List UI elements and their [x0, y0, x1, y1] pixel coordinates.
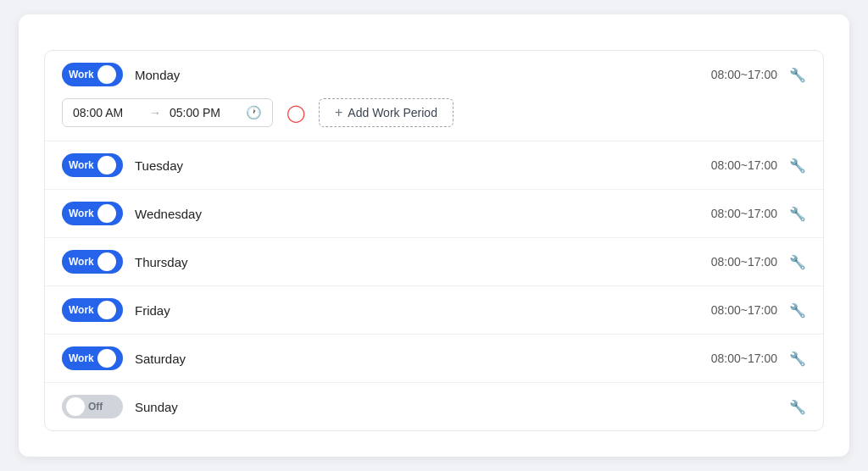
- toggle-knob-thursday: [97, 252, 116, 271]
- schedule-container: Work Monday08:00~17:00🔧 → 🕐 ◯ + Add Work…: [19, 14, 849, 457]
- toggle-work-friday[interactable]: Work: [62, 298, 123, 322]
- start-time-monday-0[interactable]: [73, 106, 141, 119]
- day-hours-saturday: 08:00~17:00: [711, 352, 777, 365]
- day-main-monday: Work Monday08:00~17:00🔧: [62, 63, 806, 86]
- toggle-label-tuesday: Work: [69, 159, 94, 171]
- wrench-icon-thursday[interactable]: 🔧: [789, 254, 806, 270]
- day-row-thursday: Work Thursday08:00~17:00🔧: [45, 238, 823, 286]
- day-name-friday: Friday: [135, 303, 711, 318]
- day-name-thursday: Thursday: [135, 255, 711, 269]
- day-main-saturday: Work Saturday08:00~17:00🔧: [62, 346, 806, 370]
- wrench-icon-tuesday[interactable]: 🔧: [789, 158, 806, 174]
- day-row-wednesday: Work Wednesday08:00~17:00🔧: [45, 190, 823, 238]
- wrench-icon-wednesday[interactable]: 🔧: [789, 206, 806, 222]
- clock-icon-monday-0: 🕐: [246, 105, 262, 120]
- remove-period-monday-0[interactable]: ◯: [287, 104, 305, 121]
- day-main-sunday: Off Sunday🔧: [62, 395, 806, 418]
- toggle-work-monday[interactable]: Work: [62, 63, 123, 86]
- toggle-knob-sunday: [66, 397, 85, 416]
- time-range-monday-0: → 🕐: [62, 98, 273, 127]
- toggle-off-sunday[interactable]: Off: [62, 395, 123, 418]
- toggle-work-saturday[interactable]: Work: [62, 346, 123, 370]
- day-name-tuesday: Tuesday: [135, 158, 711, 173]
- day-main-friday: Work Friday08:00~17:00🔧: [62, 298, 806, 322]
- toggle-label-saturday: Work: [69, 352, 94, 364]
- day-main-wednesday: Work Wednesday08:00~17:00🔧: [62, 202, 806, 225]
- toggle-knob-monday: [97, 65, 116, 84]
- toggle-knob-saturday: [97, 349, 116, 368]
- end-time-monday-0[interactable]: [170, 106, 237, 119]
- toggle-work-wednesday[interactable]: Work: [62, 202, 123, 225]
- day-hours-friday: 08:00~17:00: [711, 303, 777, 317]
- wrench-icon-friday[interactable]: 🔧: [789, 302, 806, 319]
- day-main-thursday: Work Thursday08:00~17:00🔧: [62, 250, 806, 274]
- day-name-saturday: Saturday: [135, 352, 711, 366]
- schedule-card: Work Monday08:00~17:00🔧 → 🕐 ◯ + Add Work…: [44, 50, 824, 431]
- toggle-label-wednesday: Work: [69, 208, 94, 219]
- day-hours-wednesday: 08:00~17:00: [711, 207, 777, 220]
- toggle-label-monday: Work: [69, 69, 94, 80]
- day-name-monday: Monday: [135, 68, 711, 82]
- toggle-label-sunday: Off: [88, 401, 103, 413]
- day-hours-monday: 08:00~17:00: [711, 68, 777, 81]
- toggle-work-thursday[interactable]: Work: [62, 250, 123, 274]
- day-row-saturday: Work Saturday08:00~17:00🔧: [45, 335, 823, 383]
- toggle-knob-tuesday: [97, 156, 116, 175]
- toggle-label-friday: Work: [69, 304, 94, 316]
- add-period-button-monday[interactable]: + Add Work Period: [319, 98, 453, 127]
- day-hours-tuesday: 08:00~17:00: [711, 158, 777, 172]
- add-period-label-monday: Add Work Period: [348, 106, 437, 119]
- toggle-knob-friday: [97, 301, 116, 319]
- toggle-knob-wednesday: [97, 204, 116, 223]
- day-row-sunday: Off Sunday🔧: [45, 383, 823, 430]
- day-row-monday: Work Monday08:00~17:00🔧 → 🕐 ◯ + Add Work…: [45, 51, 823, 141]
- day-main-tuesday: Work Tuesday08:00~17:00🔧: [62, 153, 806, 177]
- toggle-label-thursday: Work: [69, 256, 94, 268]
- wrench-icon-monday[interactable]: 🔧: [789, 67, 806, 83]
- expanded-content-monday: → 🕐 ◯ + Add Work Period: [62, 86, 806, 141]
- day-name-sunday: Sunday: [135, 400, 789, 414]
- day-row-friday: Work Friday08:00~17:00🔧: [45, 286, 823, 335]
- day-name-wednesday: Wednesday: [135, 207, 711, 221]
- plus-icon-monday: +: [335, 105, 342, 120]
- arrow-icon-monday-0: →: [149, 106, 161, 119]
- wrench-icon-sunday[interactable]: 🔧: [789, 399, 806, 415]
- day-hours-thursday: 08:00~17:00: [711, 255, 777, 269]
- day-row-tuesday: Work Tuesday08:00~17:00🔧: [45, 141, 823, 190]
- toggle-work-tuesday[interactable]: Work: [62, 153, 123, 177]
- wrench-icon-saturday[interactable]: 🔧: [789, 351, 806, 367]
